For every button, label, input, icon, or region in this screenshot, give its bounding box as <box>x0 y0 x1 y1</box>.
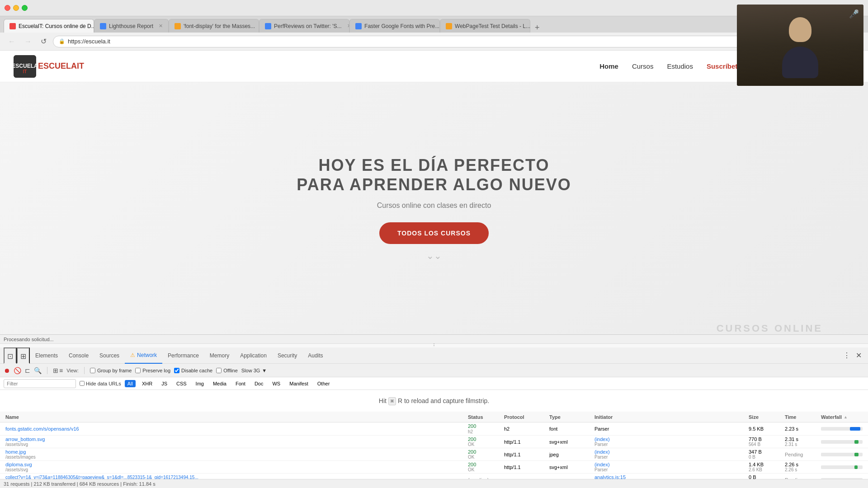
clear-button[interactable]: 🚫 <box>14 367 21 374</box>
hide-data-urls-label: Hide data URLs <box>80 381 121 386</box>
tab-devtools-adjust[interactable]: ⊡ <box>4 347 17 364</box>
offline-checkbox[interactable] <box>216 368 222 373</box>
reload-button[interactable]: ↺ <box>38 36 49 47</box>
nav-estudios[interactable]: Estudios <box>667 62 693 70</box>
devtools-close-button[interactable]: ✕ <box>853 351 864 360</box>
header-protocol: Protocol <box>502 414 547 420</box>
nav-cursos[interactable]: Cursos <box>632 62 654 70</box>
filmstrip-message: Hit ⌘ R to reload and capture filmstrip. <box>0 390 868 412</box>
new-tab-button[interactable]: + <box>533 23 542 33</box>
row-waterfall-2 <box>819 439 864 445</box>
filter-img[interactable]: Img <box>193 380 207 387</box>
filter-css[interactable]: CSS <box>174 380 189 387</box>
disable-cache-checkbox[interactable] <box>174 368 179 373</box>
grid-view-icon[interactable]: ⊞ <box>53 367 58 374</box>
row-time-1: 2.23 s <box>783 425 819 432</box>
hero-section: HOY ES EL DÍA PERFECTO PARA APRENDER ALG… <box>0 82 868 334</box>
row-protocol-3: http/1.1 <box>502 451 547 458</box>
tab-performance[interactable]: Performance <box>162 347 204 364</box>
close-button[interactable] <box>5 5 10 11</box>
record-button[interactable]: ⏺ <box>4 367 10 374</box>
hide-data-urls-checkbox[interactable] <box>80 381 85 386</box>
view-label: View: <box>66 368 79 373</box>
tab-security[interactable]: Security <box>272 347 302 364</box>
tab-memory[interactable]: Memory <box>204 347 235 364</box>
tab-escuelait[interactable]: EscuelaIT: Cursos online de D... ✕ <box>4 19 94 33</box>
tab-label-2: Lighthouse Report <box>109 23 153 29</box>
warning-icon: ⚠ <box>130 347 135 363</box>
maximize-button[interactable] <box>22 5 28 11</box>
preserve-log-checkbox[interactable] <box>135 368 141 373</box>
hero-subtitle: Cursos online con clases en directo <box>297 202 571 210</box>
filter-xhr[interactable]: XHR <box>139 380 155 387</box>
filter-doc[interactable]: Doc <box>252 380 266 387</box>
tab-close-2[interactable]: ✕ <box>159 23 163 29</box>
table-row[interactable]: collect?v=1&_v=j73&a=118846305&t=pagevie… <box>0 474 868 479</box>
header-initiator: Initiator <box>593 414 747 420</box>
header-type: Type <box>547 414 593 420</box>
table-row[interactable]: fonts.gstatic.com/s/opensans/v16 200 h2 … <box>0 422 868 436</box>
offline-label: Offline <box>216 368 238 373</box>
hero-title: HOY ES EL DÍA PERFECTO PARA APRENDER ALG… <box>297 155 571 194</box>
nav-home[interactable]: Home <box>599 62 618 70</box>
row-status-1: 200 h2 <box>466 422 502 435</box>
group-by-frame-label: Group by frame <box>90 368 132 373</box>
filter-other[interactable]: Other <box>315 380 333 387</box>
tab-devtools-undock[interactable]: ⊞ <box>17 347 30 364</box>
sort-asc-icon: ▲ <box>844 415 848 419</box>
filter-js[interactable]: JS <box>159 380 170 387</box>
tab-network[interactable]: ⚠ Network <box>125 347 162 364</box>
filter-input[interactable] <box>4 379 76 388</box>
row-status-2: 200 OK <box>466 436 502 448</box>
row-name-4: diploma.svg /assets/svg <box>4 461 466 473</box>
svg-text:ESCUELA: ESCUELA <box>14 63 36 69</box>
list-view-icon[interactable]: ≡ <box>59 367 63 374</box>
devtools-menu-button[interactable]: ⋮ <box>840 351 853 360</box>
table-row[interactable]: arrow_bottom.svg /assets/svg 200 OK http… <box>0 436 868 448</box>
preserve-log-label: Preserve log <box>135 368 170 373</box>
table-row[interactable]: diploma.svg /assets/svg 200 OK http/1.1 … <box>0 461 868 474</box>
hero-cta-button[interactable]: TODOS LOS CURSOS <box>379 222 489 244</box>
tab-favicon-1 <box>9 23 16 29</box>
microphone-icon: 🎤 <box>849 9 859 19</box>
cmd-key: ⌘ <box>388 397 396 405</box>
tab-console[interactable]: Console <box>63 347 94 364</box>
row-type-2: svg+xml <box>547 438 593 446</box>
tab-webpagetest[interactable]: WebPageTest Test Details - L... ✕ <box>440 19 530 33</box>
nav-suscribete[interactable]: Suscríbete <box>707 62 741 70</box>
row-size-5: 0 B 0 B <box>747 474 783 479</box>
back-button[interactable]: ← <box>5 37 18 47</box>
network-table[interactable]: Name Status Protocol Type Initiator Size… <box>0 412 868 479</box>
separator-2 <box>84 367 85 374</box>
tab-favicon-3 <box>175 23 181 29</box>
tab-perfreviews[interactable]: PerfReviews on Twitter: 'S... ✕ <box>259 19 349 33</box>
row-initiator-2: (index) Parser <box>593 436 747 448</box>
tab-sources[interactable]: Sources <box>94 347 125 364</box>
svg-text:IT: IT <box>23 69 27 74</box>
row-waterfall-3 <box>819 452 864 457</box>
row-size-4: 1.4 KB 2.6 KB <box>747 461 783 473</box>
filter-media[interactable]: Media <box>210 380 229 387</box>
tab-application[interactable]: Application <box>235 347 272 364</box>
separator-1 <box>47 367 47 374</box>
tab-lighthouse[interactable]: Lighthouse Report ✕ <box>94 19 169 33</box>
filter-font[interactable]: Font <box>233 380 248 387</box>
minimize-button[interactable] <box>13 5 19 11</box>
tab-google-fonts[interactable]: Faster Google Fonts with Pre... ✕ <box>349 19 440 33</box>
filter-ws[interactable]: WS <box>269 380 283 387</box>
row-initiator-1: Parser <box>593 425 747 432</box>
table-row[interactable]: home.jpg /assets/images 200 OK http/1.1 … <box>0 448 868 461</box>
tab-font-display[interactable]: 'font-display' for the Masses... ✕ <box>169 19 259 33</box>
tab-elements[interactable]: Elements <box>30 347 63 364</box>
hero-title-line2: PARA APRENDER ALGO NUEVO <box>297 175 571 194</box>
throttle-selector[interactable]: Slow 3G ▼ <box>241 368 267 373</box>
group-by-frame-checkbox[interactable] <box>90 368 95 373</box>
search-network-button[interactable]: 🔍 <box>34 367 42 374</box>
tab-audits[interactable]: Audits <box>302 347 328 364</box>
filter-all[interactable]: All <box>125 380 136 387</box>
row-protocol-4: http/1.1 <box>502 464 547 471</box>
filter-icon-btn[interactable]: ⊏ <box>25 367 30 374</box>
url-text: https://escuela.it <box>68 38 110 45</box>
forward-button[interactable]: → <box>22 37 34 47</box>
filter-manifest[interactable]: Manifest <box>287 380 311 387</box>
